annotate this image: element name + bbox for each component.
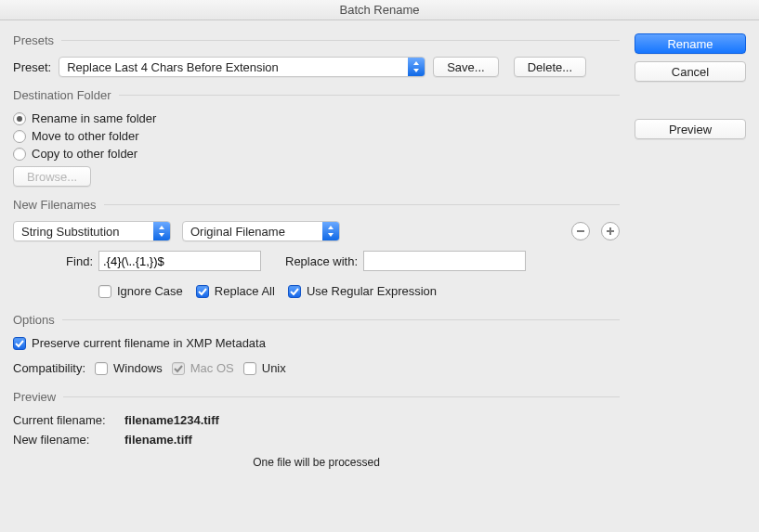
minus-icon xyxy=(576,227,585,236)
replace-all-checkbox[interactable]: Replace All xyxy=(196,284,275,298)
divider xyxy=(61,40,620,41)
compat-mac-checkbox: Mac OS xyxy=(172,361,234,375)
rename-button[interactable]: Rename xyxy=(635,33,746,54)
checkbox-label: Replace All xyxy=(215,284,275,298)
radio-icon xyxy=(13,148,26,161)
operation-select[interactable]: String Substitution xyxy=(13,221,171,241)
replace-input[interactable] xyxy=(363,251,526,271)
preview-button[interactable]: Preview xyxy=(635,119,746,139)
radio-label: Move to other folder xyxy=(32,129,139,143)
delete-preset-button[interactable]: Delete... xyxy=(514,57,586,77)
checkbox-label: Preserve current filename in XMP Metadat… xyxy=(32,336,266,350)
status-text: One file will be processed xyxy=(13,456,620,469)
checkbox-icon xyxy=(196,285,209,298)
preset-select[interactable]: Replace Last 4 Chars Before Extension xyxy=(59,57,425,77)
add-row-button[interactable] xyxy=(601,222,620,240)
new-filename-label: New filename: xyxy=(13,433,124,447)
divider xyxy=(63,396,620,397)
replace-label: Replace with: xyxy=(285,254,358,268)
find-input[interactable] xyxy=(98,251,261,271)
checkbox-label: Use Regular Expression xyxy=(307,284,437,298)
operation-select-value: String Substitution xyxy=(14,225,153,239)
new-filenames-group: New Filenames String Substitution Origin… xyxy=(13,198,620,302)
divider xyxy=(62,319,620,320)
source-select-value: Original Filename xyxy=(183,225,322,239)
divider xyxy=(104,204,620,205)
preset-select-value: Replace Last 4 Chars Before Extension xyxy=(59,60,408,74)
svg-rect-2 xyxy=(607,230,614,232)
options-group: Options Preserve current filename in XMP… xyxy=(13,313,620,379)
radio-copy[interactable]: Copy to other folder xyxy=(13,147,620,161)
radio-rename-same[interactable]: Rename in same folder xyxy=(13,111,620,125)
svg-rect-0 xyxy=(577,230,584,232)
current-filename-label: Current filename: xyxy=(13,413,124,427)
checkbox-label: Ignore Case xyxy=(117,284,183,298)
browse-button: Browse... xyxy=(13,166,91,187)
checkbox-label: Mac OS xyxy=(190,361,234,375)
window-title: Batch Rename xyxy=(0,0,759,20)
checkbox-icon xyxy=(288,285,301,298)
radio-label: Copy to other folder xyxy=(32,147,137,161)
new-filenames-heading: New Filenames xyxy=(13,198,97,212)
select-arrows-icon xyxy=(322,222,339,240)
cancel-button[interactable]: Cancel xyxy=(635,61,746,82)
select-arrows-icon xyxy=(408,58,425,76)
preserve-xmp-checkbox[interactable]: Preserve current filename in XMP Metadat… xyxy=(13,336,620,350)
presets-group: Presets Preset: Replace Last 4 Chars Bef… xyxy=(13,33,620,77)
compat-windows-checkbox[interactable]: Windows xyxy=(95,361,163,375)
checkbox-label: Unix xyxy=(262,361,286,375)
compatibility-label: Compatibility: xyxy=(13,361,85,375)
remove-row-button[interactable] xyxy=(571,222,590,240)
preview-group: Preview Current filename: filename1234.t… xyxy=(13,390,620,469)
preview-heading: Preview xyxy=(13,390,56,404)
compat-unix-checkbox[interactable]: Unix xyxy=(243,361,286,375)
find-label: Find: xyxy=(59,254,93,268)
checkbox-icon xyxy=(172,362,185,375)
checkbox-icon xyxy=(98,285,111,298)
radio-icon xyxy=(13,130,26,143)
preset-label: Preset: xyxy=(13,60,51,74)
checkbox-icon xyxy=(13,337,26,350)
checkbox-icon xyxy=(243,362,256,375)
save-preset-button[interactable]: Save... xyxy=(433,57,498,77)
new-filename-value: filename.tiff xyxy=(124,433,192,447)
divider xyxy=(119,95,621,96)
ignore-case-checkbox[interactable]: Ignore Case xyxy=(98,284,183,298)
current-filename-value: filename1234.tiff xyxy=(124,413,219,427)
checkbox-label: Windows xyxy=(113,361,163,375)
use-regex-checkbox[interactable]: Use Regular Expression xyxy=(288,284,437,298)
radio-move[interactable]: Move to other folder xyxy=(13,129,620,143)
presets-heading: Presets xyxy=(13,33,54,47)
destination-heading: Destination Folder xyxy=(13,88,111,102)
plus-icon xyxy=(606,227,615,236)
radio-label: Rename in same folder xyxy=(32,111,156,125)
source-select[interactable]: Original Filename xyxy=(182,221,340,241)
checkbox-icon xyxy=(95,362,108,375)
destination-group: Destination Folder Rename in same folder… xyxy=(13,88,620,187)
options-heading: Options xyxy=(13,313,55,327)
radio-icon xyxy=(13,112,26,125)
select-arrows-icon xyxy=(153,222,170,240)
